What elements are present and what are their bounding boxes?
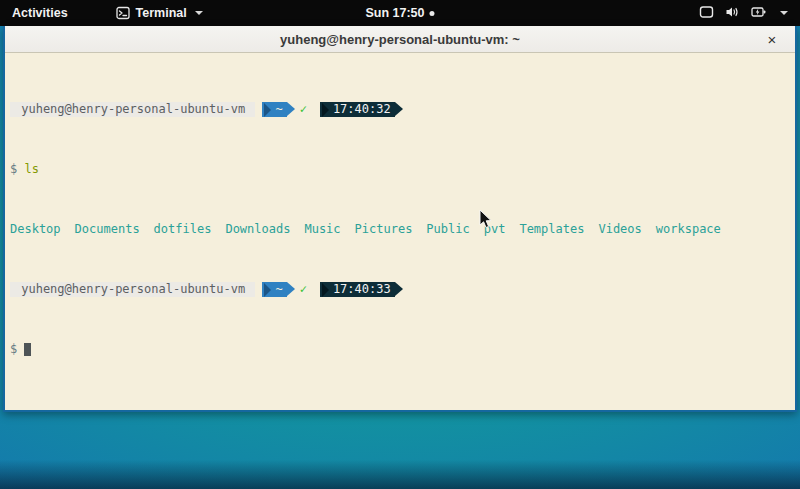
prompt-path: ~ xyxy=(275,102,282,117)
terminal-screen[interactable]: yuheng@henry-personal-ubuntu-vm ~ ✓ 17:4… xyxy=(5,53,795,409)
window-titlebar[interactable]: yuheng@henry-personal-ubuntu-vm: ~ × xyxy=(5,26,795,53)
directory-name: Videos xyxy=(598,222,641,237)
prompt-time: 17:40:32 xyxy=(333,102,391,117)
prompt-path-badge: ~ xyxy=(262,282,286,297)
directory-name: Pictures xyxy=(355,222,413,237)
status-check-icon: ✓ xyxy=(300,102,307,117)
ls-output-line: DesktopDocumentsdotfilesDownloadsMusicPi… xyxy=(10,222,795,237)
top-bar: Activities Terminal Sun 17:50 xyxy=(0,0,800,26)
directory-name: dotfiles xyxy=(154,222,212,237)
directory-name: Templates xyxy=(519,222,584,237)
chevron-down-icon xyxy=(195,11,203,15)
mouse-cursor xyxy=(479,209,494,234)
prompt-user-segment: yuheng@henry-personal-ubuntu-vm xyxy=(10,282,255,297)
prompt-time-badge: 17:40:32 xyxy=(320,102,395,117)
directory-name: Desktop xyxy=(10,222,61,237)
directory-name: workspace xyxy=(656,222,721,237)
app-menu-label: Terminal xyxy=(136,6,187,20)
command-line: $ ls xyxy=(10,162,795,177)
prompt-symbol: $ xyxy=(10,342,17,357)
prompt-user-segment: yuheng@henry-personal-ubuntu-vm xyxy=(10,102,255,117)
input-line: $ xyxy=(10,342,795,357)
prompt-time: 17:40:33 xyxy=(333,282,391,297)
prompt-time-badge: 17:40:33 xyxy=(320,282,395,297)
directory-name: Documents xyxy=(75,222,140,237)
terminal-window: yuheng@henry-personal-ubuntu-vm: ~ × yuh… xyxy=(3,26,797,412)
directory-name: Public xyxy=(426,222,469,237)
system-tray[interactable] xyxy=(691,0,796,26)
powerline-arrow-icon xyxy=(264,103,271,117)
command-text: ls xyxy=(24,162,38,177)
prompt-symbol: $ xyxy=(10,162,17,177)
prompt-line: yuheng@henry-personal-ubuntu-vm ~ ✓ 17:4… xyxy=(10,282,795,297)
status-check-icon: ✓ xyxy=(300,282,307,297)
activities-button[interactable]: Activities xyxy=(0,0,80,26)
battery-charging-icon xyxy=(751,5,767,22)
volume-icon xyxy=(725,5,740,22)
directory-name: Music xyxy=(304,222,340,237)
terminal-icon xyxy=(116,6,130,20)
notification-dot xyxy=(430,11,435,16)
powerline-arrow-icon xyxy=(264,283,271,297)
close-button[interactable]: × xyxy=(763,30,781,48)
directory-name: Downloads xyxy=(225,222,290,237)
prompt-line: yuheng@henry-personal-ubuntu-vm ~ ✓ 17:4… xyxy=(10,102,795,117)
window-title: yuheng@henry-personal-ubuntu-vm: ~ xyxy=(280,32,520,47)
clock-label: Sun 17:50 xyxy=(365,6,424,20)
chevron-down-icon xyxy=(780,11,788,15)
powerline-arrow-icon xyxy=(322,103,329,117)
screen-icon xyxy=(699,5,714,22)
prompt-path: ~ xyxy=(275,282,282,297)
app-menu-terminal[interactable]: Terminal xyxy=(108,0,211,26)
clock-button[interactable]: Sun 17:50 xyxy=(357,0,442,26)
text-cursor xyxy=(24,343,31,356)
prompt-path-badge: ~ xyxy=(262,102,286,117)
powerline-arrow-icon xyxy=(322,283,329,297)
